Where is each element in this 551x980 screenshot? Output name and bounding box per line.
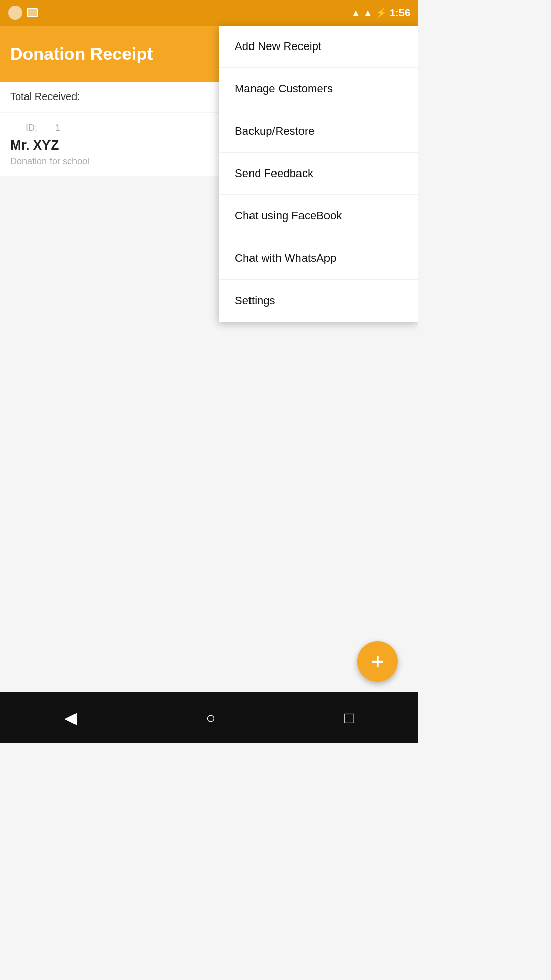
- dropdown-menu: Add New Receipt Manage Customers Backup/…: [219, 26, 418, 322]
- menu-item-chat-whatsapp[interactable]: Chat with WhatsApp: [219, 237, 418, 280]
- nav-recent-button[interactable]: □: [344, 708, 354, 727]
- id-value: 1: [55, 122, 60, 133]
- fab-add-button[interactable]: +: [357, 641, 398, 682]
- wifi-icon: ▲: [351, 8, 360, 18]
- menu-item-chat-facebook[interactable]: Chat using FaceBook: [219, 195, 418, 237]
- status-time: 1:56: [390, 7, 410, 19]
- status-bar: ▲ ▲ ⚡ 1:56: [0, 0, 418, 26]
- menu-item-backup-restore[interactable]: Backup/Restore: [219, 110, 418, 153]
- id-label: ID:: [26, 122, 37, 133]
- menu-item-add-new-receipt[interactable]: Add New Receipt: [219, 26, 418, 68]
- nav-back-button[interactable]: ◀: [64, 708, 77, 727]
- menu-item-send-feedback[interactable]: Send Feedback: [219, 153, 418, 195]
- nav-home-button[interactable]: ○: [206, 708, 215, 727]
- app-notification-icon: [8, 6, 22, 20]
- fab-plus-icon: +: [371, 650, 384, 673]
- total-received-label: Total Received:: [10, 91, 80, 102]
- menu-item-settings[interactable]: Settings: [219, 280, 418, 322]
- signal-icon: ▲: [363, 8, 372, 18]
- status-icons: ▲ ▲ ⚡ 1:56: [351, 7, 410, 19]
- status-bar-left: [8, 6, 347, 20]
- menu-item-manage-customers[interactable]: Manage Customers: [219, 68, 418, 110]
- battery-icon: ⚡: [375, 7, 387, 18]
- sim-icon: [27, 8, 38, 17]
- nav-bar: ◀ ○ □: [0, 692, 418, 743]
- app-title: Donation Receipt: [10, 44, 153, 64]
